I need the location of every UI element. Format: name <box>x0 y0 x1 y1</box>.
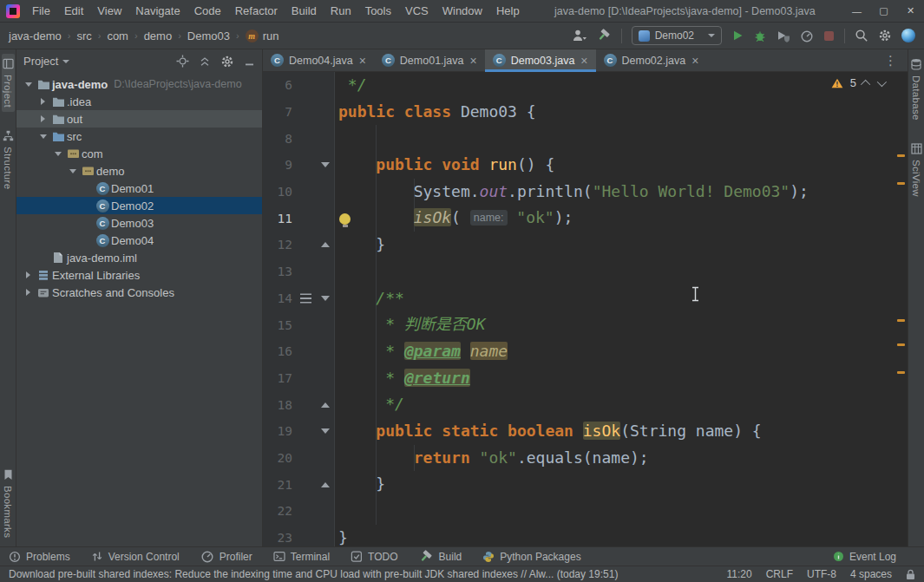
code-text[interactable]: * @return <box>335 365 908 392</box>
tab-demo01-java[interactable]: CDemo01.java× <box>374 49 485 71</box>
fold-up-icon[interactable] <box>321 482 330 487</box>
line-number[interactable]: 12 <box>263 238 292 252</box>
tree-item-java-demo[interactable]: java-demoD:\IdeaProjects\java-demo <box>16 75 262 93</box>
status-message[interactable]: Download pre-built shared indexes: Reduc… <box>9 568 712 580</box>
line-number[interactable]: 11 <box>263 212 292 226</box>
tool-stripe-database[interactable]: Database <box>909 54 923 125</box>
settings-gear-icon[interactable] <box>878 29 892 43</box>
breadcrumb-item-src[interactable]: src <box>76 29 91 43</box>
code-text[interactable]: isOk( name: "ok"); <box>335 205 908 232</box>
tab-demo02-java[interactable]: CDemo02.java× <box>596 49 707 71</box>
chevron-right-icon[interactable] <box>26 289 30 296</box>
toolwindow-button-problems[interactable]: Problems <box>9 551 70 563</box>
stop-icon[interactable] <box>823 30 835 42</box>
minimize-button[interactable]: — <box>843 0 870 22</box>
line-number[interactable]: 15 <box>263 318 292 332</box>
tree-item-java-demo-iml[interactable]: java-demo.iml <box>16 249 262 266</box>
coverage-icon[interactable] <box>777 29 790 43</box>
tree-item-demo01[interactable]: CDemo01 <box>16 180 262 197</box>
run-config-selector[interactable]: Demo02 <box>632 26 722 45</box>
inspection-widget[interactable]: 5 <box>831 76 884 89</box>
breadcrumb-item-demo03[interactable]: Demo03 <box>187 29 230 43</box>
tree-item-scratches-and-consoles[interactable]: Scratches and Consoles <box>16 284 262 301</box>
code-with-me-icon[interactable] <box>901 29 915 43</box>
menu-item-view[interactable]: View <box>90 0 128 22</box>
locate-icon[interactable] <box>176 55 189 68</box>
tree-item-demo[interactable]: demo <box>16 162 262 180</box>
toolwindow-button-version-control[interactable]: Version Control <box>91 551 180 563</box>
toolwindow-button-todo[interactable]: TODO <box>351 551 397 563</box>
lock-icon[interactable] <box>906 569 915 580</box>
tree-item-external-libraries[interactable]: External Libraries <box>16 266 262 284</box>
breadcrumb-item-run[interactable]: mrun <box>246 29 279 43</box>
status-item-4-spaces[interactable]: 4 spaces <box>850 568 892 580</box>
close-icon[interactable]: × <box>359 55 366 67</box>
toolwindow-button-build[interactable]: Build <box>419 550 462 564</box>
menu-item-run[interactable]: Run <box>324 0 358 22</box>
tool-stripe-bookmarks[interactable]: Bookmarks <box>2 465 14 542</box>
code-text[interactable]: System.out.println("Hello World! Demo03"… <box>335 179 908 206</box>
tool-stripe-structure[interactable]: Structure <box>2 126 15 193</box>
line-number[interactable]: 6 <box>263 78 292 92</box>
line-number[interactable]: 9 <box>263 158 292 172</box>
fold-down-icon[interactable] <box>321 296 330 301</box>
code-text[interactable]: public static boolean isOk(String name) … <box>335 418 908 445</box>
line-number[interactable]: 16 <box>263 344 292 358</box>
run-icon[interactable] <box>731 29 744 42</box>
code-text[interactable]: * 判断是否OK <box>335 311 908 338</box>
tree-item-demo02[interactable]: CDemo02 <box>16 197 262 214</box>
tab-demo03-java[interactable]: CDemo03.java× <box>485 49 596 71</box>
breadcrumb-item-com[interactable]: com <box>107 29 128 43</box>
scrollbar-warning-mark[interactable] <box>897 371 905 374</box>
close-icon[interactable]: × <box>580 55 587 67</box>
menu-item-vcs[interactable]: VCS <box>398 0 436 22</box>
user-icon[interactable] <box>572 29 587 43</box>
line-number[interactable]: 8 <box>263 132 292 146</box>
line-number[interactable]: 23 <box>263 531 292 545</box>
settings-gear-icon[interactable] <box>220 55 234 69</box>
scrollbar-warning-mark[interactable] <box>897 154 905 157</box>
chevron-down-icon[interactable] <box>40 134 47 139</box>
chevron-down-icon[interactable] <box>69 169 76 173</box>
chevron-right-icon[interactable] <box>41 98 45 105</box>
line-number[interactable]: 20 <box>263 451 292 465</box>
menu-item-navigate[interactable]: Navigate <box>128 0 187 22</box>
toolwindow-button-profiler[interactable]: Profiler <box>200 550 252 563</box>
tree-item-idea[interactable]: .idea <box>16 93 262 110</box>
code-text[interactable]: public class Demo03 { <box>335 99 908 126</box>
status-item-utf-8[interactable]: UTF-8 <box>807 568 836 580</box>
code-text[interactable]: } <box>335 232 908 258</box>
line-number[interactable]: 13 <box>263 265 292 278</box>
tree-item-demo04[interactable]: CDemo04 <box>16 232 262 249</box>
editor-body[interactable]: 6 */7public class Demo03 {89 public void… <box>263 72 908 546</box>
chevron-down-icon[interactable] <box>55 152 62 156</box>
tool-stripe-project[interactable]: Project <box>2 54 15 112</box>
breadcrumb-item-demo[interactable]: demo <box>144 29 173 43</box>
tree-item-com[interactable]: com <box>16 145 262 162</box>
line-number[interactable]: 14 <box>263 291 292 305</box>
line-number[interactable]: 21 <box>263 478 292 492</box>
line-number[interactable]: 18 <box>263 398 292 412</box>
chevron-right-icon[interactable] <box>41 115 45 122</box>
tree-item-out[interactable]: out <box>16 110 262 128</box>
profiler-icon[interactable] <box>800 29 814 43</box>
status-item-11-20[interactable]: 11:20 <box>726 568 751 580</box>
menu-item-refactor[interactable]: Refactor <box>228 0 285 22</box>
code-text[interactable]: /** <box>335 285 908 312</box>
tree-item-src[interactable]: src <box>16 128 262 145</box>
scrollbar-warning-mark[interactable] <box>897 182 905 185</box>
toolwindow-button-event-log[interactable]: Event Log <box>833 551 896 563</box>
chevron-down-icon[interactable] <box>25 82 32 87</box>
menu-item-file[interactable]: File <box>25 0 57 22</box>
close-icon[interactable]: × <box>691 55 698 67</box>
debug-icon[interactable] <box>753 29 767 43</box>
code-text[interactable]: } <box>335 471 908 498</box>
chevron-right-icon[interactable] <box>26 271 30 278</box>
scrollbar-warning-mark[interactable] <box>897 319 905 322</box>
line-number[interactable]: 17 <box>263 371 292 385</box>
previous-warning-icon[interactable] <box>861 79 870 88</box>
maximize-button[interactable]: ▢ <box>870 0 897 22</box>
tab-demo04-java[interactable]: CDemo04.java× <box>263 49 374 71</box>
collapse-all-icon[interactable] <box>199 56 211 68</box>
line-number[interactable]: 10 <box>263 185 292 199</box>
